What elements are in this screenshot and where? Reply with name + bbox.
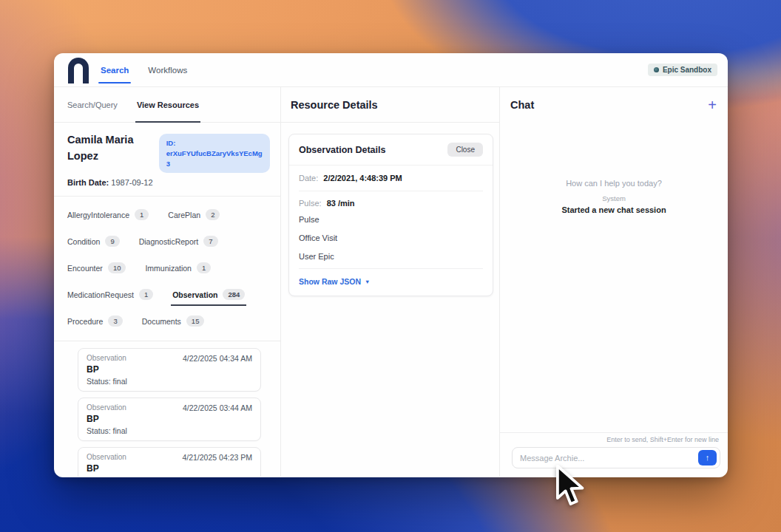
observation-title: BP [87, 364, 252, 375]
resource-type-label: CarePlan [168, 211, 200, 219]
nav-tabs: Search Workflows [101, 53, 187, 86]
resource-type-count-badge: 1 [197, 262, 211, 273]
detail-text-row: Pulse [299, 210, 483, 228]
pulse-label: Pulse: [299, 199, 322, 208]
caret-down-icon: ▼ [365, 279, 370, 285]
resource-type-label: Encounter [67, 264, 103, 273]
send-button[interactable]: ↑ [698, 450, 717, 466]
resource-type-chip[interactable]: Observation 284 [172, 289, 245, 300]
birth-date-value: 1987-09-12 [111, 178, 152, 187]
resource-type-chip[interactable]: Condition 9 [67, 236, 120, 247]
detail-date-row: Date: 2/2/2021, 4:48:39 PM [299, 166, 483, 191]
chat-input-area: Enter to send, Shift+Enter for new line … [500, 432, 728, 477]
status-dot-icon [654, 67, 659, 72]
app-logo-arch-icon [68, 58, 89, 83]
resource-type-chip[interactable]: Procedure 3 [67, 316, 123, 327]
date-label: Date: [299, 174, 318, 183]
resource-type-count-badge: 7 [203, 236, 217, 247]
resource-type-label: Documents [142, 317, 181, 326]
desktop-wallpaper: Search Workflows Epic Sandbox Search/Que… [0, 0, 781, 532]
observation-status: Status: final [87, 377, 252, 386]
detail-value-row: Pulse: 83 /min [299, 191, 483, 210]
chat-message-input[interactable] [512, 447, 720, 468]
patient-id-label: ID: [166, 139, 176, 147]
resource-type-label: Observation [172, 290, 217, 299]
observation-title: BP [87, 463, 252, 474]
resource-details-title: Resource Details [281, 87, 499, 123]
chat-messages: How can I help you today? System Started… [500, 123, 728, 432]
chat-title: Chat [510, 99, 534, 111]
tab-view-resources[interactable]: View Resources [137, 87, 199, 122]
detail-text-row: User Epic [299, 247, 483, 265]
resource-type-count-badge: 1 [139, 289, 153, 300]
resource-type-chip[interactable]: Documents 15 [142, 316, 205, 327]
chat-panel: Chat + How can I help you today? System … [500, 87, 728, 477]
chat-input-hint: Enter to send, Shift+Enter for new line [512, 434, 720, 447]
resource-type-chip[interactable]: DiagnosticReport 7 [139, 236, 218, 247]
observation-details-card: Observation Details Close Date: 2/2/2021… [288, 134, 493, 296]
resource-type-list: AllergyIntolerance 1 CarePlan 2 Conditio… [54, 197, 280, 341]
resource-type-count-badge: 9 [105, 236, 119, 247]
chat-system-message: Started a new chat session [561, 205, 666, 214]
chat-system-label: System [602, 194, 626, 202]
tab-workflows[interactable]: Workflows [148, 53, 187, 86]
observation-list: Observation 4/22/2025 04:34 AM BP Status… [54, 341, 280, 477]
resource-type-label: Condition [67, 237, 100, 246]
resource-type-chip[interactable]: CarePlan 2 [168, 209, 220, 220]
new-chat-plus-icon[interactable]: + [708, 98, 717, 112]
observation-datetime: 4/21/2025 04:23 PM [182, 453, 252, 462]
resource-type-count-badge: 3 [108, 316, 122, 327]
observation-datetime: 4/22/2025 04:34 AM [183, 354, 252, 363]
observation-list-item[interactable]: Observation 4/22/2025 03:44 AM BP Status… [78, 398, 261, 441]
resource-type-count-badge: 2 [206, 209, 220, 220]
observation-details-title: Observation Details [299, 145, 385, 155]
observation-list-item[interactable]: Observation 4/22/2025 04:34 AM BP Status… [78, 348, 261, 392]
close-button[interactable]: Close [447, 143, 483, 157]
env-badge-label: Epic Sandbox [663, 66, 711, 74]
app-window: Search Workflows Epic Sandbox Search/Que… [54, 53, 728, 477]
patient-name: Camila Maria Lopez [67, 132, 152, 165]
show-raw-json-label: Show Raw JSON [299, 277, 361, 286]
chat-greeting: How can I help you today? [566, 179, 662, 188]
resource-type-label: Immunization [145, 264, 191, 273]
left-subtabs: Search/Query View Resources [54, 87, 280, 123]
resource-type-chip[interactable]: Immunization 1 [145, 262, 211, 273]
send-arrow-icon: ↑ [706, 453, 710, 462]
tab-search-query[interactable]: Search/Query [67, 87, 118, 122]
observation-type-label: Observation [87, 403, 126, 412]
resource-type-label: Procedure [67, 317, 103, 326]
date-value: 2/2/2021, 4:48:39 PM [323, 174, 402, 183]
show-raw-json-link[interactable]: Show Raw JSON ▼ [299, 269, 483, 296]
resource-type-label: DiagnosticReport [139, 237, 199, 246]
observation-type-label: Observation [87, 453, 126, 462]
observation-type-label: Observation [87, 354, 126, 363]
observation-datetime: 4/22/2025 03:44 AM [183, 403, 252, 412]
mouse-cursor [555, 465, 586, 508]
env-badge: Epic Sandbox [648, 64, 717, 76]
resource-details-panel: Resource Details Observation Details Clo… [281, 87, 500, 477]
window-body: Search/Query View Resources Camila Maria… [54, 87, 728, 477]
patient-summary: Camila Maria Lopez ID: erXuFYUfucBZaryVk… [54, 123, 280, 197]
observation-list-item[interactable]: Observation 4/21/2025 04:23 PM BP Status… [78, 447, 261, 477]
resource-type-label: AllergyIntolerance [67, 211, 129, 219]
detail-text-rows: Pulse Office Visit User Epic [299, 210, 483, 269]
resource-type-count-badge: 10 [108, 262, 126, 273]
top-nav: Search Workflows Epic Sandbox [54, 53, 728, 87]
detail-text-row: Office Visit [299, 228, 483, 247]
resource-type-count-badge: 284 [223, 289, 245, 300]
patient-id-badge: ID: erXuFYUfucBZaryVksYEcMg3 [159, 134, 270, 173]
tab-search[interactable]: Search [101, 53, 129, 86]
resource-type-chip[interactable]: AllergyIntolerance 1 [67, 209, 149, 220]
resource-type-chip[interactable]: MedicationRequest 1 [67, 289, 153, 300]
observation-title: BP [87, 414, 252, 424]
resources-panel: Search/Query View Resources Camila Maria… [54, 87, 281, 477]
resource-type-label: MedicationRequest [67, 290, 134, 299]
resource-type-count-badge: 1 [135, 209, 149, 220]
observation-status: Status: final [87, 426, 252, 435]
birth-date-label: Birth Date: [67, 178, 109, 187]
resource-type-chip[interactable]: Encounter 10 [67, 262, 126, 273]
pulse-value: 83 /min [327, 199, 355, 208]
observation-status: Status: final [87, 476, 252, 477]
resource-type-count-badge: 15 [186, 316, 205, 327]
patient-id-value: erXuFYUfucBZaryVksYEcMg3 [166, 149, 263, 168]
